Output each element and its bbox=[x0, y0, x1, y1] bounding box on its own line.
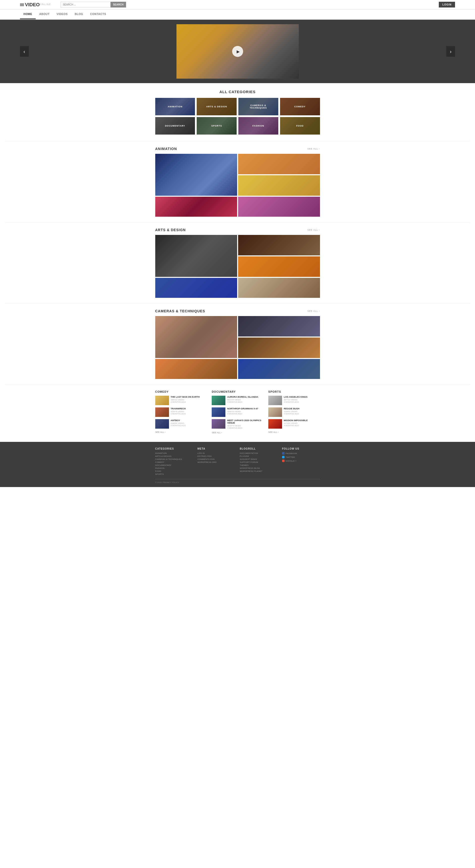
comedy-thumb-3[interactable] bbox=[155, 419, 169, 429]
footer-blog-wpblog[interactable]: WORDPRESS BLOG bbox=[240, 467, 278, 469]
animation-thumb-3[interactable] bbox=[238, 175, 320, 196]
footer-blogroll: BLOGROLL DOCUMENTATION PLUGINS SUGGEST I… bbox=[240, 447, 278, 476]
cat-documentary[interactable]: DOCUMENTARY bbox=[155, 117, 195, 134]
footer-link-documentary[interactable]: DOCUMENTARY bbox=[155, 464, 193, 466]
hero-next-button[interactable]: › bbox=[446, 46, 455, 57]
comedy-item-2-title: TRAINWRECK bbox=[171, 407, 186, 410]
footer-blog-documentation[interactable]: DOCUMENTATION bbox=[240, 452, 278, 454]
animation-thumb-5[interactable] bbox=[238, 197, 320, 217]
comedy-item-3-time: 4 MONTHS AGO bbox=[171, 424, 186, 427]
doc-item-2-views: 456876 VIEWS bbox=[227, 410, 258, 413]
facebook-icon bbox=[282, 452, 285, 455]
footer-meta-login[interactable]: LOG IN bbox=[197, 452, 235, 454]
search-form: SEARCH bbox=[61, 2, 126, 7]
sports-see-all[interactable]: SEE ALL › bbox=[268, 431, 320, 433]
footer-blog-plugins[interactable]: PLUGINS bbox=[240, 455, 278, 457]
footer-link-cameras[interactable]: CAMERAS & TECHNIQUES bbox=[155, 458, 193, 460]
footer-meta-entries[interactable]: ENTRIES RSS bbox=[197, 455, 235, 457]
footer-link-arts[interactable]: ARTS & DESIGN bbox=[155, 455, 193, 457]
cat-fashion[interactable]: FASHION bbox=[239, 117, 278, 134]
footer-facebook[interactable]: FACEBOOK bbox=[282, 452, 320, 455]
cameras-featured[interactable] bbox=[155, 316, 237, 358]
footer-blog-wpplanet[interactable]: WORDPRESS PLANET bbox=[240, 470, 278, 472]
arts-title: ARTS & DESIGN bbox=[155, 228, 186, 232]
footer-blog-support[interactable]: SUPPORT FORUM bbox=[240, 461, 278, 463]
nav-contacts[interactable]: CONTACTS bbox=[87, 9, 109, 19]
sports-thumb-3[interactable] bbox=[268, 419, 282, 429]
cat-animation[interactable]: ANIMATION bbox=[155, 98, 195, 115]
nav-home[interactable]: HOME bbox=[20, 9, 36, 19]
footer-link-comedy[interactable]: COMEDY bbox=[155, 461, 193, 463]
cameras-thumb-2[interactable] bbox=[238, 316, 320, 337]
sports-item-1-time: 4 MONTHS AGO bbox=[284, 401, 308, 403]
footer-link-fashion[interactable]: FASHION bbox=[155, 467, 193, 469]
footer-blog-suggest[interactable]: SUGGEST IDEAS bbox=[240, 458, 278, 460]
footer-link-sports[interactable]: SPORTS bbox=[155, 473, 193, 475]
animation-see-all[interactable]: SEE ALL › bbox=[307, 148, 320, 150]
comedy-see-all[interactable]: SEE ALL › bbox=[155, 431, 207, 433]
doc-item-2-time: 4 MONTHS AGO bbox=[227, 413, 258, 415]
cameras-thumb-5[interactable] bbox=[238, 359, 320, 379]
footer-meta-comments[interactable]: COMMENTS RSS bbox=[197, 458, 235, 460]
nav-about[interactable]: ABOUT bbox=[36, 9, 53, 19]
documentary-list-title: DOCUMENTARY bbox=[212, 390, 263, 393]
arts-featured[interactable] bbox=[155, 235, 237, 277]
cat-sports[interactable]: SPORTS bbox=[197, 117, 236, 134]
doc-item-3-views: 441574 VIEWS bbox=[227, 425, 263, 427]
search-input[interactable] bbox=[61, 2, 110, 7]
footer-link-food[interactable]: FOOD bbox=[155, 470, 193, 472]
animation-featured[interactable] bbox=[155, 154, 237, 196]
footer-meta-wordpress[interactable]: WORDPRESS.ORG bbox=[197, 461, 235, 463]
cat-arts-design[interactable]: ARTS & DESIGN bbox=[197, 98, 236, 115]
comedy-item-3-views: 204099 VIEWS bbox=[171, 422, 186, 424]
footer-googleplus[interactable]: GOOGLE + bbox=[282, 460, 320, 462]
cat-arts-design-label: ARTS & DESIGN bbox=[197, 98, 236, 115]
sports-thumb-1[interactable] bbox=[268, 396, 282, 405]
animation-title: ANIMATION bbox=[155, 147, 177, 151]
login-button[interactable]: LOGIN bbox=[439, 2, 455, 7]
cat-cameras-label: CAMERAS &TECHNIQUES bbox=[239, 98, 278, 115]
cat-comedy[interactable]: COMEDY bbox=[280, 98, 320, 115]
doc-item-1-title: AURORA BOREAL ISLANDIA bbox=[227, 396, 258, 398]
arts-thumb-2[interactable] bbox=[238, 235, 320, 255]
footer-link-animation[interactable]: ANIMATION bbox=[155, 452, 193, 454]
documentary-see-all[interactable]: SEE ALL › bbox=[212, 431, 263, 434]
arts-section: ARTS & DESIGN SEE ALL › bbox=[0, 222, 475, 303]
cat-cameras[interactable]: CAMERAS &TECHNIQUES bbox=[239, 98, 278, 115]
hero-play-button[interactable]: ▶ bbox=[232, 46, 243, 57]
nav-blog[interactable]: BLOG bbox=[71, 9, 87, 19]
arts-thumb-4[interactable] bbox=[155, 278, 237, 298]
cat-food[interactable]: FOOD bbox=[280, 117, 320, 134]
documentary-thumb-1[interactable] bbox=[212, 396, 225, 405]
sports-item-3-title: MISSION IMPOSSIBLE bbox=[284, 419, 308, 422]
comedy-item-1-title: THE LAST MAN ON EARTH bbox=[171, 396, 200, 398]
sports-item-3-time: 4 MONTHS AGO bbox=[284, 424, 308, 427]
doc-item-1-views: 542724 VIEWS bbox=[227, 399, 258, 401]
arts-thumb-3[interactable] bbox=[238, 256, 320, 277]
doc-item-3-title: MEET JAPAN'S 2020 OLYMPICS VENUE bbox=[227, 419, 263, 424]
documentary-thumb-2[interactable] bbox=[212, 407, 225, 417]
logo-text: VIDEOONLINE bbox=[25, 2, 51, 7]
hero-prev-button[interactable]: ‹ bbox=[20, 46, 29, 57]
comedy-thumb-1[interactable] bbox=[155, 396, 169, 405]
comedy-thumb-2[interactable] bbox=[155, 407, 169, 417]
cameras-see-all[interactable]: SEE ALL › bbox=[307, 310, 320, 312]
comedy-item-1-time: 4 MONTHS AGO bbox=[171, 401, 200, 403]
comedy-item-2: TRAINWRECK 325976 VIEWS 4 MONTHS AGO bbox=[155, 407, 207, 417]
cameras-thumb-4[interactable] bbox=[155, 359, 237, 379]
nav-videos[interactable]: VIDEOS bbox=[53, 9, 71, 19]
documentary-thumb-3[interactable] bbox=[212, 419, 225, 429]
footer-twitter[interactable]: TWITTER bbox=[282, 456, 320, 458]
sports-thumb-2[interactable] bbox=[268, 407, 282, 417]
cat-comedy-label: COMEDY bbox=[280, 98, 320, 115]
arts-see-all[interactable]: SEE ALL › bbox=[307, 229, 320, 231]
logo-icon bbox=[20, 3, 24, 6]
cameras-thumb-3[interactable] bbox=[238, 338, 320, 358]
arts-thumb-5[interactable] bbox=[238, 278, 320, 298]
footer-blog-themes[interactable]: THEMES bbox=[240, 464, 278, 466]
comedy-item-1-views: 396722 VIEWS bbox=[171, 399, 200, 401]
animation-thumb-4[interactable] bbox=[155, 197, 237, 217]
comedy-list-col: COMEDY THE LAST MAN ON EARTH 396722 VIEW… bbox=[155, 390, 207, 434]
search-button[interactable]: SEARCH bbox=[110, 2, 126, 7]
animation-thumb-2[interactable] bbox=[238, 154, 320, 174]
